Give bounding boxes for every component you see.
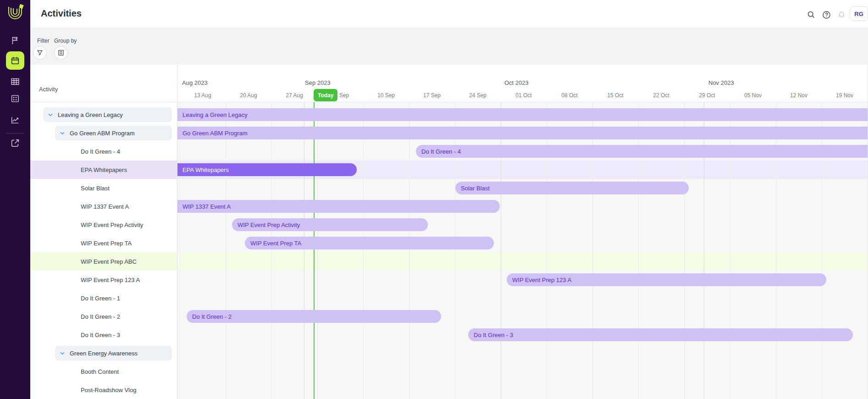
activity-row-label-cell[interactable]: Post-Roadshow Vlog <box>30 381 177 399</box>
activity-row-label-cell[interactable]: Do It Green - 2 <box>30 307 177 326</box>
activity-group-label: Leaving a Green Legacy <box>58 111 123 118</box>
timeline-week-label: 08 Oct <box>547 92 592 99</box>
sidebar-item-external[interactable] <box>6 134 24 152</box>
timeline-week-label: 24 Sep <box>455 92 501 99</box>
avatar[interactable]: RG <box>850 6 868 21</box>
sidebar <box>0 0 30 399</box>
app-logo[interactable] <box>5 4 25 24</box>
gantt-bar-label: Go Green ABM Program <box>177 130 248 137</box>
gantt-bar[interactable]: WIP Event Prep Activity <box>232 218 428 231</box>
filter-button[interactable] <box>33 46 47 60</box>
activity-item-label: Solar Blast <box>81 179 110 197</box>
gantt-bar[interactable]: Do It Green - 4 <box>416 145 868 158</box>
activity-row-label-cell[interactable]: WIP Event Prep Activity <box>30 216 177 234</box>
activity-item-label: Booth Content <box>81 362 119 381</box>
timeline-month-label: Sep 2023 <box>305 79 331 86</box>
row-bar-area: Do It Green - 4 <box>177 142 868 161</box>
help-button[interactable] <box>820 9 832 21</box>
gantt-bar[interactable]: Do It Green - 2 <box>187 310 441 323</box>
panel-divider[interactable] <box>177 65 177 399</box>
activity-row-label-cell[interactable]: WIP Event Prep ABC <box>30 252 177 271</box>
filter-label: Filter <box>37 38 50 44</box>
today-pill[interactable]: Today <box>314 89 337 101</box>
activity-row-label-cell[interactable]: WIP 1337 Event A <box>30 197 177 216</box>
activity-row: Green Energy Awareness <box>30 344 868 362</box>
gantt-bar-label: WIP Event Prep TA <box>245 240 301 247</box>
activity-row-label-cell[interactable]: EPA Whitepapers <box>30 161 177 179</box>
activity-group-toggle[interactable]: Leaving a Green Legacy <box>43 107 172 122</box>
notifications-button[interactable] <box>835 9 847 21</box>
row-bar-area: WIP Event Prep TA <box>177 234 868 252</box>
gantt-bar[interactable]: WIP Event Prep 123 A <box>507 273 826 286</box>
gantt-bar[interactable]: Do It Green - 3 <box>468 328 853 341</box>
activity-row-label-cell[interactable]: Go Green ABM Program <box>30 124 177 142</box>
gantt-bar-label: Leaving a Green Legacy <box>177 111 248 118</box>
chevron-down-icon[interactable] <box>59 349 66 357</box>
sidebar-item-board[interactable] <box>6 89 24 108</box>
chevron-down-icon[interactable] <box>47 111 54 118</box>
activity-group-toggle[interactable]: Go Green ABM Program <box>55 126 172 140</box>
activity-item-label: Post-Roadshow Vlog <box>81 381 136 399</box>
chart-icon <box>10 115 20 125</box>
activity-row-label-cell[interactable]: Do It Green - 1 <box>30 289 177 307</box>
sidebar-divider <box>6 133 24 133</box>
gantt-bar-label: EPA Whitepapers <box>177 166 229 173</box>
activity-row-label-cell[interactable]: Leaving a Green Legacy <box>30 105 177 124</box>
board-icon <box>10 94 20 104</box>
sidebar-item-flags[interactable] <box>6 31 24 50</box>
activity-column-header: Activity <box>39 86 58 93</box>
row-bar-area: Go Green ABM Program <box>177 124 868 142</box>
sidebar-item-table[interactable] <box>6 72 24 91</box>
timeline-month-label: Nov 2023 <box>708 79 734 86</box>
activity-row-label-cell[interactable]: WIP Event Prep 123 A <box>30 271 177 289</box>
activity-row-label-cell[interactable]: Solar Blast <box>30 179 177 197</box>
activity-group-label: Go Green ABM Program <box>70 130 135 137</box>
gantt-bar[interactable]: WIP Event Prep TA <box>245 237 494 249</box>
timeline-week-label: 13 Aug <box>180 92 226 99</box>
help-icon <box>822 10 831 20</box>
activity-row: EPA WhitepapersEPA Whitepapers <box>30 161 868 179</box>
gantt-bar-label: WIP 1337 Event A <box>177 203 231 210</box>
gantt-panel: Activity Aug 2023Sep 2023Oct 2023Nov 202… <box>30 65 868 399</box>
row-bar-area: Do It Green - 3 <box>177 326 868 344</box>
gantt-bar[interactable]: Go Green ABM Program <box>177 127 868 139</box>
group-by-label: Group by <box>54 38 77 44</box>
activity-item-label: WIP Event Prep Activity <box>81 216 143 234</box>
activity-row: WIP Event Prep ActivityWIP Event Prep Ac… <box>30 216 868 234</box>
activity-row-label-cell[interactable]: Booth Content <box>30 362 177 381</box>
activity-row: Booth Content <box>30 362 868 381</box>
activity-row: Do It Green - 1 <box>30 289 868 307</box>
activity-row: Post-Roadshow Vlog <box>30 381 868 399</box>
timeline-week-label: 20 Aug <box>226 92 271 99</box>
timeline-week-label: 10 Sep <box>363 92 409 99</box>
activity-row-label-cell[interactable]: Green Energy Awareness <box>30 344 177 362</box>
activity-item-label: WIP Event Prep TA <box>81 234 132 252</box>
activity-row: Go Green ABM ProgramGo Green ABM Program <box>30 124 868 142</box>
activity-item-label: Do It Green - 4 <box>81 142 120 161</box>
gantt-bar[interactable]: EPA Whitepapers <box>177 163 357 176</box>
sidebar-item-reports[interactable] <box>6 111 24 129</box>
gantt-bar-label: WIP Event Prep Activity <box>232 222 300 228</box>
activity-item-label: Do It Green - 2 <box>81 307 120 326</box>
activity-row: Do It Green - 2Do It Green - 2 <box>30 307 868 326</box>
calendar-icon <box>10 55 20 66</box>
group-by-button[interactable] <box>54 46 68 60</box>
activity-item-label: Do It Green - 1 <box>81 289 120 307</box>
sidebar-item-activities[interactable] <box>6 51 24 70</box>
search-button[interactable] <box>805 9 817 21</box>
gantt-bar[interactable]: WIP 1337 Event A <box>177 200 500 213</box>
row-bar-area: WIP 1337 Event A <box>177 197 868 216</box>
gantt-bar[interactable]: Leaving a Green Legacy <box>177 108 868 121</box>
activity-group-toggle[interactable]: Green Energy Awareness <box>55 346 172 360</box>
activity-row-label-cell[interactable]: WIP Event Prep TA <box>30 234 177 252</box>
activity-row-label-cell[interactable]: Do It Green - 4 <box>30 142 177 161</box>
activity-row-label-cell[interactable]: Do It Green - 3 <box>30 326 177 344</box>
timeline-month-label: Aug 2023 <box>182 79 208 86</box>
chevron-down-icon[interactable] <box>59 129 66 137</box>
row-bar-area: WIP Event Prep Activity <box>177 216 868 234</box>
external-link-icon <box>10 138 20 148</box>
bell-icon <box>837 10 846 20</box>
timeline-header[interactable]: Aug 2023Sep 2023Oct 2023Nov 202313 Aug20… <box>177 65 868 102</box>
gantt-bar[interactable]: Solar Blast <box>455 182 689 194</box>
search-icon <box>807 10 816 19</box>
